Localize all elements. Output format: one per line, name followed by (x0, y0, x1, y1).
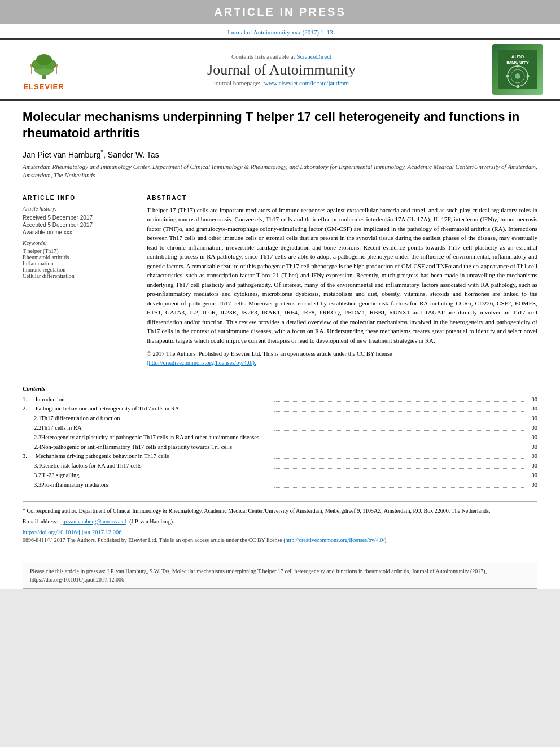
homepage-url[interactable]: www.elsevier.com/locate/jautimm (264, 80, 349, 86)
elsevier-brand-text: ELSEVIER (23, 82, 64, 91)
abstract-body: T helper 17 (Th17) cells are important m… (147, 206, 537, 368)
svg-text:AUTO: AUTO (511, 54, 524, 59)
citation-box: Please cite this article in press as: J.… (23, 562, 537, 589)
page-wrapper: ARTICLE IN PRESS Journal of Autoimmunity… (0, 0, 560, 589)
toc-label-1: Introduction (36, 396, 65, 403)
toc-dots-3-1 (274, 461, 524, 469)
svg-point-18 (506, 75, 509, 78)
toc-item-2-3: 2.3. Heterogeneity and plasticity of pat… (23, 433, 537, 443)
doi-link[interactable]: https://doi.org/10.1016/j.jaut.2017.12.0… (23, 529, 537, 535)
issn-cc-link[interactable]: http://creativecommons.org/licenses/by/4… (286, 537, 384, 543)
article-info-column: ARTICLE INFO Article history: Received 5… (23, 195, 135, 368)
toc-page-2-4: 00 (526, 443, 537, 452)
toc-page-2-3: 00 (526, 433, 537, 443)
autoimmunity-logo-icon: AUTO IMMUNITY (498, 50, 537, 89)
toc-label-2-1: Th17 differentiation and function (41, 415, 120, 421)
toc-num-3: 3. (23, 452, 34, 461)
toc-label-3: Mechanisms driving pathogenic behaviour … (36, 453, 169, 459)
toc-num-2: 2. (23, 404, 34, 414)
svg-point-16 (527, 75, 530, 78)
toc-sub-num-2-2: 2.2. (23, 423, 40, 433)
svg-text:IMMUNITY: IMMUNITY (506, 60, 529, 65)
toc-dots-2-3 (274, 433, 524, 440)
toc-sub-num-2-1: 2.1. (23, 414, 40, 423)
toc-dots-3 (274, 452, 524, 459)
toc-item-2-1: 2.1. Th17 differentiation and function 0… (23, 414, 537, 423)
email-label-text: E-mail address: (23, 518, 58, 525)
toc-item-3-3: 3.3. Pro-inflammatory mediators 00 (23, 480, 537, 490)
toc-item-3-2: 3.2. IL-23 signalling 00 (23, 471, 537, 480)
copyright-line: © 2017 The Authors. Published by Elsevie… (147, 350, 537, 368)
homepage-label: journal homepage: (214, 80, 260, 86)
toc-item-1: 1. Introduction 00 (23, 395, 537, 405)
toc-label-2-2: Th17 cells in RA (41, 425, 81, 431)
toc-label-3-2: IL-23 signalling (41, 472, 80, 478)
svg-point-5 (30, 64, 33, 67)
journal-title: Journal of Autoimmunity (71, 62, 492, 78)
email-line: E-mail address: j.p.vanhamburg@amc.uva.n… (23, 517, 537, 526)
toc-dots-2-1 (274, 414, 524, 421)
toc-page-3: 00 (526, 452, 537, 461)
keywords-label: Keywords: (23, 240, 135, 246)
toc-page-3-2: 00 (526, 471, 537, 480)
corresponding-sup: * (101, 148, 104, 155)
keyword-2: Rheumatoid arthritis (23, 254, 135, 260)
affiliation: Amsterdam Rheumatology and Immunology Ce… (23, 163, 537, 180)
journal-citation-text: Journal of Autoimmunity xxx (2017) 1–13 (227, 29, 333, 36)
toc-page-2-1: 00 (526, 414, 537, 423)
elsevier-logo: ELSEVIER (17, 49, 71, 91)
corresponding-author-note: * Corresponding author. Department of Cl… (23, 506, 537, 515)
svg-point-17 (517, 85, 519, 88)
star-note-text: * Corresponding author. Department of Cl… (23, 508, 490, 514)
toc-dots-3-3 (274, 480, 524, 488)
sciencedirect-link[interactable]: ScienceDirect (296, 53, 331, 60)
email-link[interactable]: j.p.vanhamburg@amc.uva.nl (61, 518, 126, 525)
history-label: Article history: (23, 206, 135, 212)
cc-license-link[interactable]: (http://creativecommons.org/licenses/by/… (147, 360, 256, 366)
journal-citation: Journal of Autoimmunity xxx (2017) 1–13 (0, 24, 560, 38)
abstract-heading: ABSTRACT (147, 195, 537, 201)
toc-item-3-1: 3.1. Genetic risk factors for RA and Th1… (23, 461, 537, 471)
toc-label-2: Pathogenic behaviour and heterogeneity o… (36, 405, 180, 412)
toc-sub-num-3-2: 3.2. (23, 471, 40, 480)
copyright-text: © 2017 The Authors. Published by Elsevie… (147, 351, 392, 357)
issn-text: 0896-8411/© 2017 The Authors. Published … (23, 537, 537, 543)
footnote-section: * Corresponding author. Department of Cl… (23, 501, 537, 548)
keyword-1: T helper (Th17) (23, 248, 135, 254)
toc-dots-2 (274, 404, 524, 412)
available-online: Available online xxx (23, 229, 135, 235)
journal-logo-right: AUTO IMMUNITY (492, 44, 543, 95)
toc-item-2-2: 2.2. Th17 cells in RA 00 (23, 423, 537, 433)
toc-item-3: 3. Mechanisms driving pathogenic behavio… (23, 452, 537, 461)
svg-point-14 (515, 73, 520, 79)
journal-header-center: Contents lists available at ScienceDirec… (71, 53, 492, 86)
two-column-section: ARTICLE INFO Article history: Received 5… (23, 189, 537, 368)
authors-line: Jan Piet van Hamburg*, Sander W. Tas (23, 148, 537, 159)
contents-label: Contents lists available at (231, 53, 295, 60)
abstract-text-content: T helper 17 (Th17) cells are important m… (147, 207, 537, 344)
toc-label-3-3: Pro-inflammatory mediators (41, 482, 108, 488)
abstract-column: ABSTRACT T helper 17 (Th17) cells are im… (147, 195, 537, 368)
svg-point-7 (55, 64, 58, 67)
toc-label-2-3: Heterogeneity and plasticity of pathogen… (41, 434, 259, 440)
toc-page-1: 00 (526, 395, 537, 405)
contents-title: Contents (23, 385, 537, 392)
issn-end: ). (384, 537, 388, 543)
citation-text: Please cite this article in press as: J.… (30, 568, 487, 583)
email-note-text: (J.P. van Hamburg). (129, 518, 174, 525)
issn-prefix: 0896-8411/© 2017 The Authors. Published … (23, 537, 286, 543)
journal-header: ELSEVIER Contents lists available at Sci… (0, 38, 560, 101)
authors-text: Jan Piet van Hamburg*, Sander W. Tas (23, 150, 159, 159)
toc-page-2: 00 (526, 404, 537, 414)
toc-item-2: 2. Pathogenic behaviour and heterogeneit… (23, 404, 537, 414)
article-info-heading: ARTICLE INFO (23, 195, 135, 201)
toc-dots-2-2 (274, 423, 524, 431)
article-title: Molecular mechanisms underpinning T help… (23, 109, 537, 141)
article-in-press-banner: ARTICLE IN PRESS (0, 0, 560, 24)
toc-dots-1 (274, 395, 524, 403)
toc-page-3-3: 00 (526, 480, 537, 490)
keyword-3: Inflammation (23, 260, 135, 267)
toc-sub-num-3-1: 3.1. (23, 461, 40, 471)
svg-point-15 (517, 65, 519, 68)
toc-dots-3-2 (274, 471, 524, 478)
